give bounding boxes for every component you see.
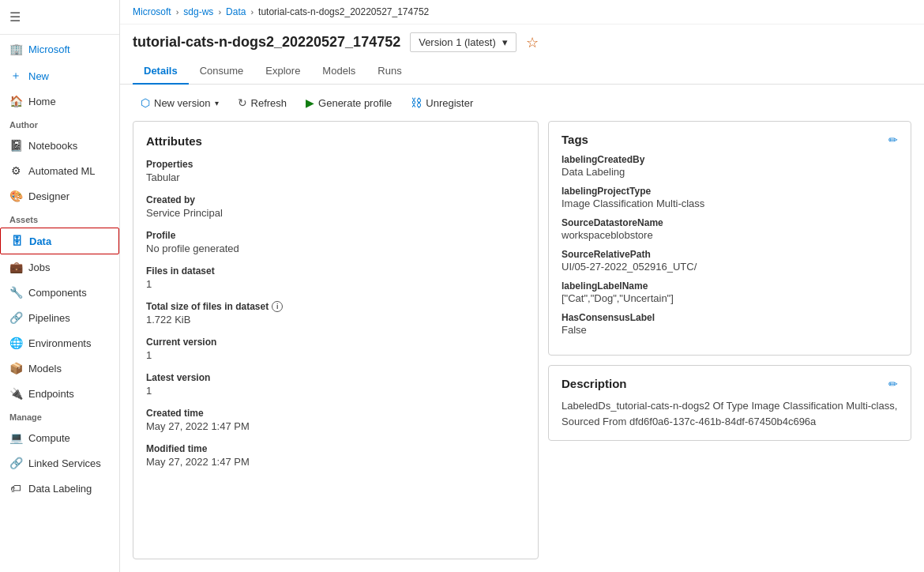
breadcrumb-data[interactable]: Data <box>226 6 246 17</box>
sidebar-item-components[interactable]: 🔧 Components <box>0 280 119 305</box>
data-label: Data <box>29 235 51 247</box>
attr-modified-time-label: Modified time <box>146 443 525 454</box>
attr-files: Files in dataset 1 <box>146 265 525 290</box>
page-title: tutorial-cats-n-dogs2_20220527_174752 <box>133 34 400 51</box>
attr-created-by-value: Service Principal <box>146 207 525 219</box>
refresh-icon: ↻ <box>238 96 247 109</box>
automated-ml-icon: ⚙ <box>9 164 22 177</box>
tab-models[interactable]: Models <box>311 58 366 85</box>
tags-panel-title: Tags <box>562 133 588 146</box>
tags-edit-button[interactable]: ✏ <box>888 134 898 146</box>
tabs: Details Consume Explore Models Runs <box>120 52 924 85</box>
author-section-label: Author <box>0 114 119 133</box>
tag-source-relative-path: SourceRelativePath UI/05-27-2022_052916_… <box>562 249 898 273</box>
attr-total-size-value: 1.722 KiB <box>146 314 525 326</box>
tab-runs[interactable]: Runs <box>366 58 412 85</box>
generate-profile-label: Generate profile <box>318 97 392 109</box>
new-version-button[interactable]: ⬡ New version ▾ <box>133 92 227 113</box>
sidebar-item-automated-ml[interactable]: ⚙ Automated ML <box>0 158 119 183</box>
notebooks-label: Notebooks <box>28 140 77 152</box>
refresh-button[interactable]: ↻ Refresh <box>230 92 295 113</box>
tag-val-5: False <box>562 324 898 336</box>
tag-val-1: Image Classification Multi-class <box>562 198 898 209</box>
components-label: Components <box>28 287 87 299</box>
data-labeling-icon: 🏷 <box>9 482 22 495</box>
attributes-title: Attributes <box>146 134 525 148</box>
microsoft-icon: 🏢 <box>9 43 22 55</box>
sidebar-item-environments[interactable]: 🌐 Environments <box>0 330 119 356</box>
sidebar-item-notebooks[interactable]: 📓 Notebooks <box>0 133 119 158</box>
new-label: New <box>28 70 49 82</box>
attr-latest-version-label: Latest version <box>146 372 525 383</box>
sidebar-item-designer[interactable]: 🎨 Designer <box>0 183 119 209</box>
endpoints-label: Endpoints <box>28 388 74 400</box>
version-dropdown[interactable]: Version 1 (latest) ▾ <box>410 32 516 52</box>
automated-ml-label: Automated ML <box>28 165 96 177</box>
breadcrumb-microsoft[interactable]: Microsoft <box>133 6 171 17</box>
tags-panel-header: Tags ✏ <box>562 133 898 146</box>
sidebar-item-linked-services[interactable]: 🔗 Linked Services <box>0 450 119 476</box>
attr-profile-label: Profile <box>146 230 525 241</box>
attr-properties-value: Tabular <box>146 171 525 183</box>
unregister-label: Unregister <box>426 97 473 109</box>
environments-label: Environments <box>28 337 91 349</box>
sidebar-item-jobs[interactable]: 💼 Jobs <box>0 254 119 280</box>
tags-panel: Tags ✏ labelingCreatedBy Data Labeling l… <box>548 121 911 356</box>
sidebar-item-home[interactable]: 🏠 Home <box>0 88 119 114</box>
toolbar: ⬡ New version ▾ ↻ Refresh ▶ Generate pro… <box>120 85 924 121</box>
pipelines-label: Pipelines <box>28 312 70 324</box>
tab-details[interactable]: Details <box>133 58 189 85</box>
designer-label: Designer <box>28 190 69 202</box>
sidebar-top: ☰ <box>0 0 119 35</box>
tab-consume[interactable]: Consume <box>189 58 255 85</box>
chevron-down-icon: ▾ <box>502 36 508 48</box>
tag-key-0: labelingCreatedBy <box>562 154 898 165</box>
attr-profile-value: No profile generated <box>146 243 525 254</box>
new-version-chevron-icon: ▾ <box>215 99 219 107</box>
description-panel-header: Description ✏ <box>562 377 898 390</box>
sidebar-new-button[interactable]: ＋ New <box>0 63 119 88</box>
attributes-panel: Attributes Properties Tabular Created by… <box>133 121 539 559</box>
unregister-button[interactable]: ⛓ Unregister <box>403 92 481 113</box>
breadcrumb-sdg-ws[interactable]: sdg-ws <box>183 6 213 17</box>
description-edit-button[interactable]: ✏ <box>888 378 898 390</box>
attr-total-size-label: Total size of files in dataset i <box>146 301 525 312</box>
sidebar-item-models[interactable]: 📦 Models <box>0 356 119 381</box>
breadcrumb-current: tutorial-cats-n-dogs2_20220527_174752 <box>258 6 429 17</box>
description-text: LabeledDs_tutorial-cats-n-dogs2 Of Type … <box>562 398 898 429</box>
page-header: tutorial-cats-n-dogs2_20220527_174752 Ve… <box>120 24 924 52</box>
favorite-button[interactable]: ☆ <box>526 34 539 51</box>
sidebar-microsoft[interactable]: 🏢 Microsoft <box>0 35 119 63</box>
description-panel: Description ✏ LabeledDs_tutorial-cats-n-… <box>548 365 911 441</box>
data-labeling-label: Data Labeling <box>28 483 92 495</box>
notebooks-icon: 📓 <box>9 139 22 152</box>
tag-key-5: HasConsensusLabel <box>562 312 898 323</box>
attr-created-by: Created by Service Principal <box>146 194 525 219</box>
attr-current-version-value: 1 <box>146 349 525 361</box>
attr-modified-time: Modified time May 27, 2022 1:47 PM <box>146 443 525 468</box>
linked-services-label: Linked Services <box>28 457 101 469</box>
components-icon: 🔧 <box>9 286 22 299</box>
sidebar-item-data[interactable]: 🗄 Data <box>0 228 119 254</box>
right-panels: Tags ✏ labelingCreatedBy Data Labeling l… <box>548 121 911 559</box>
sidebar-item-data-labeling[interactable]: 🏷 Data Labeling <box>0 476 119 501</box>
attr-current-version-label: Current version <box>146 337 525 348</box>
designer-icon: 🎨 <box>9 190 22 202</box>
jobs-icon: 💼 <box>9 261 22 273</box>
sidebar-item-compute[interactable]: 💻 Compute <box>0 425 119 450</box>
plus-icon: ＋ <box>9 70 22 82</box>
attr-created-time: Created time May 27, 2022 1:47 PM <box>146 408 525 432</box>
sidebar-item-pipelines[interactable]: 🔗 Pipelines <box>0 305 119 330</box>
attr-latest-version-value: 1 <box>146 385 525 397</box>
sidebar-item-endpoints[interactable]: 🔌 Endpoints <box>0 381 119 406</box>
manage-section-label: Manage <box>0 406 119 425</box>
pipelines-icon: 🔗 <box>9 311 22 324</box>
assets-section-label: Assets <box>0 209 119 228</box>
tag-key-3: SourceRelativePath <box>562 249 898 260</box>
hamburger-icon[interactable]: ☰ <box>9 6 110 28</box>
attr-modified-time-value: May 27, 2022 1:47 PM <box>146 456 525 468</box>
attr-created-by-label: Created by <box>146 194 525 205</box>
generate-profile-button[interactable]: ▶ Generate profile <box>298 92 400 113</box>
attr-created-time-label: Created time <box>146 408 525 419</box>
tab-explore[interactable]: Explore <box>254 58 311 85</box>
